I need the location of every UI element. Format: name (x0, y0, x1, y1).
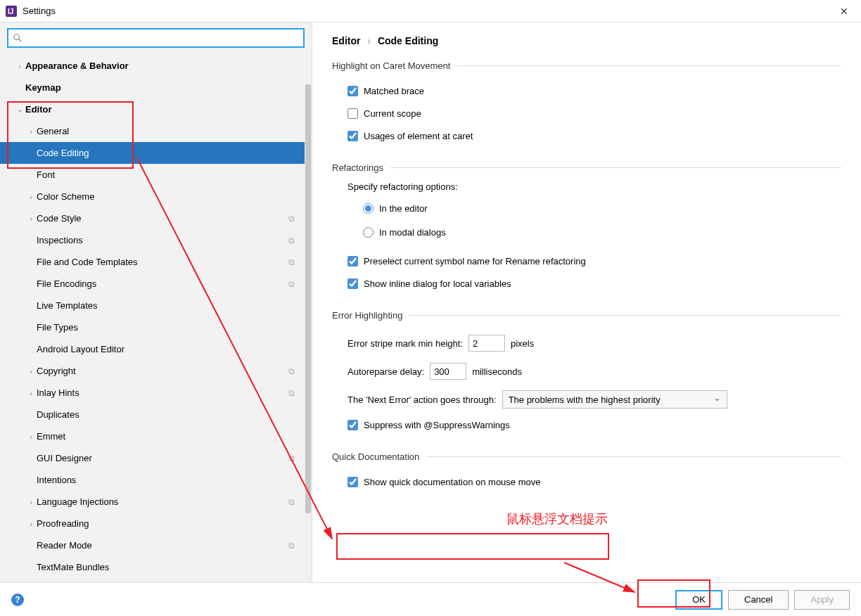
tree-item-code-style[interactable]: ›Code Style⧉ (0, 207, 312, 229)
stripe-label: Error stripe mark min height: (347, 338, 463, 349)
tree-item-label: File and Code Templates (37, 257, 295, 267)
breadcrumb-parent: Editor (332, 35, 360, 46)
tree-item-emmet[interactable]: ›Emmet (0, 425, 312, 447)
settings-tree: ›Appearance & Behavior›Keymap⌄Editor›Gen… (0, 53, 312, 582)
chevron-icon: › (25, 127, 37, 136)
schema-icon: ⧉ (288, 454, 295, 463)
schema-icon: ⧉ (288, 497, 295, 507)
schema-icon: ⧉ (288, 257, 295, 267)
chevron-icon: › (25, 367, 37, 376)
tree-item-file-types[interactable]: ›File Types (0, 316, 312, 338)
cancel-button[interactable]: Cancel (728, 590, 789, 610)
chevron-icon: › (25, 389, 37, 397)
tree-item-label: Inlay Hints (37, 387, 295, 398)
search-box[interactable] (7, 28, 305, 48)
section-refactorings: Refactorings (332, 162, 841, 173)
matched-brace-check[interactable]: Matched brace (347, 79, 841, 102)
tree-item-label: Language Injections (37, 496, 295, 507)
usages-check[interactable]: Usages of element at caret (347, 124, 841, 147)
tree-item-file-encodings[interactable]: ›File Encodings⧉ (0, 273, 312, 295)
tree-item-label: Android Layout Editor (37, 344, 295, 354)
tree-item-label: TextMate Bundles (37, 562, 295, 572)
tree-item-label: Duplicates (37, 409, 295, 420)
tree-item-label: File Encodings (37, 278, 295, 289)
search-icon (13, 33, 23, 43)
settings-content: Editor › Code Editing Highlight on Caret… (312, 23, 861, 582)
stripe-unit: pixels (511, 338, 534, 349)
inline-dialog-check[interactable]: Show inline dialog for local variables (347, 272, 841, 295)
in-editor-radio[interactable]: In the editor (363, 196, 841, 220)
tree-item-gui-designer[interactable]: ›GUI Designer⧉ (0, 447, 312, 469)
scrollbar[interactable] (305, 84, 312, 582)
stripe-input[interactable] (468, 335, 505, 352)
schema-icon: ⧉ (288, 214, 295, 224)
tree-item-appearance-behavior[interactable]: ›Appearance & Behavior (0, 55, 312, 77)
tree-item-label: Code Editing (37, 148, 295, 158)
next-error-label: The 'Next Error' action goes through: (347, 394, 497, 405)
suppress-check[interactable]: Suppress with @SuppressWarnings (347, 413, 841, 436)
window-title: Settings (23, 6, 833, 16)
chevron-icon: › (25, 432, 37, 441)
close-button[interactable]: ✕ (833, 3, 855, 20)
tree-item-keymap[interactable]: ›Keymap (0, 77, 312, 98)
tree-item-label: GUI Designer (37, 453, 295, 463)
schema-icon: ⧉ (288, 541, 295, 551)
tree-item-inlay-hints[interactable]: ›Inlay Hints⧉ (0, 382, 312, 404)
tree-item-label: Code Style (37, 213, 295, 224)
tree-item-label: Keymap (25, 82, 295, 93)
current-scope-check[interactable]: Current scope (347, 102, 841, 124)
delay-input[interactable] (430, 363, 466, 380)
tree-item-general[interactable]: ›General (0, 120, 312, 142)
tree-item-duplicates[interactable]: ›Duplicates (0, 404, 312, 425)
delay-label: Autoreparse delay: (347, 366, 424, 377)
tree-item-label: Inspections (37, 235, 295, 245)
schema-icon: ⧉ (288, 388, 295, 398)
titlebar: IJ Settings ✕ (0, 0, 861, 23)
app-icon: IJ (6, 6, 17, 17)
tree-item-copyright[interactable]: ›Copyright⧉ (0, 360, 312, 382)
tree-item-label: Proofreading (37, 518, 295, 529)
schema-icon: ⧉ (288, 279, 295, 289)
tree-item-reader-mode[interactable]: ›Reader Mode⧉ (0, 534, 312, 556)
chevron-icon: › (14, 62, 25, 70)
search-input[interactable] (25, 33, 299, 44)
tree-item-editor[interactable]: ⌄Editor (0, 98, 312, 120)
tree-item-label: Copyright (37, 366, 295, 376)
chevron-icon: › (25, 214, 37, 223)
scrollbar-thumb[interactable] (305, 84, 311, 513)
apply-button[interactable]: Apply (794, 590, 850, 610)
tree-item-language-injections[interactable]: ›Language Injections⧉ (0, 491, 312, 513)
tree-item-label: Editor (25, 104, 295, 115)
breadcrumb-sep: › (367, 35, 371, 46)
tree-item-inspections[interactable]: ›Inspections⧉ (0, 229, 312, 251)
tree-item-label: Intentions (37, 475, 295, 485)
breadcrumb-current: Code Editing (378, 35, 438, 46)
tree-item-label: Live Templates (37, 300, 295, 311)
delay-unit: milliseconds (472, 366, 522, 377)
tree-item-font[interactable]: ›Font (0, 164, 312, 186)
chevron-icon: › (25, 498, 37, 506)
help-button[interactable]: ? (11, 593, 24, 606)
tree-item-label: Font (37, 169, 295, 180)
tree-item-label: Reader Mode (37, 540, 295, 551)
tree-item-textmate-bundles[interactable]: ›TextMate Bundles (0, 556, 312, 578)
tree-item-label: General (37, 126, 295, 136)
tree-item-label: Appearance & Behavior (25, 60, 295, 71)
chevron-icon: › (25, 193, 37, 201)
tree-item-live-templates[interactable]: ›Live Templates (0, 295, 312, 316)
tree-item-file-and-code-templates[interactable]: ›File and Code Templates⧉ (0, 251, 312, 273)
tree-item-color-scheme[interactable]: ›Color Scheme (0, 186, 312, 207)
tree-item-code-editing[interactable]: ›Code Editing (0, 142, 312, 164)
preselect-check[interactable]: Preselect current symbol name for Rename… (347, 250, 841, 272)
tree-item-intentions[interactable]: ›Intentions (0, 469, 312, 491)
tree-item-android-layout-editor[interactable]: ›Android Layout Editor (0, 338, 312, 360)
in-modal-radio[interactable]: In modal dialogs (363, 220, 841, 244)
settings-sidebar: ›Appearance & Behavior›Keymap⌄Editor›Gen… (0, 23, 312, 582)
chevron-icon: › (25, 520, 37, 528)
tree-item-proofreading[interactable]: ›Proofreading (0, 513, 312, 534)
next-error-select[interactable]: The problems with the highest priority (502, 390, 727, 409)
schema-icon: ⧉ (288, 366, 295, 376)
schema-icon: ⧉ (288, 236, 295, 245)
ok-button[interactable]: OK (675, 590, 722, 610)
quickdoc-check[interactable]: Show quick documentation on mouse move (347, 470, 841, 493)
